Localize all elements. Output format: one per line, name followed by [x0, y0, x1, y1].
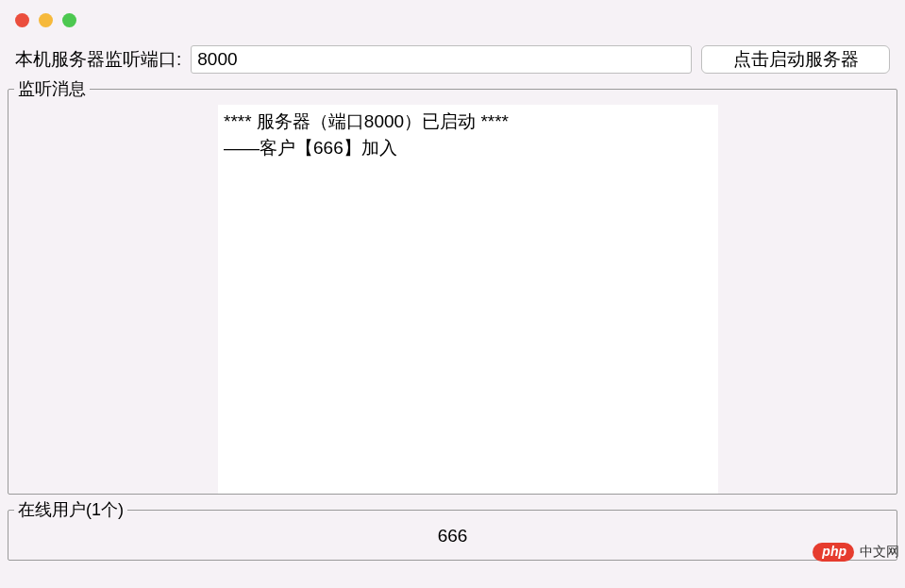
- php-badge: php: [813, 543, 854, 562]
- users-fieldset: 在线用户(1个) 666: [8, 510, 897, 561]
- user-item[interactable]: 666: [8, 511, 897, 546]
- port-input[interactable]: [191, 45, 692, 74]
- users-legend: 在线用户(1个): [14, 498, 127, 521]
- listen-legend: 监听消息: [14, 77, 90, 100]
- minimize-icon[interactable]: [39, 13, 53, 27]
- zoom-icon[interactable]: [62, 13, 76, 27]
- title-bar: [0, 0, 905, 40]
- listen-fieldset: 监听消息 **** 服务器（端口8000）已启动 **** ——客户【666】加…: [8, 89, 897, 495]
- watermark: php 中文网: [813, 543, 899, 562]
- watermark-text: 中文网: [860, 544, 899, 561]
- port-label: 本机服务器监听端口:: [15, 47, 181, 72]
- close-icon[interactable]: [15, 13, 29, 27]
- message-log[interactable]: **** 服务器（端口8000）已启动 **** ——客户【666】加入: [218, 105, 718, 494]
- top-row: 本机服务器监听端口: 点击启动服务器: [0, 40, 905, 83]
- start-server-button[interactable]: 点击启动服务器: [701, 45, 890, 74]
